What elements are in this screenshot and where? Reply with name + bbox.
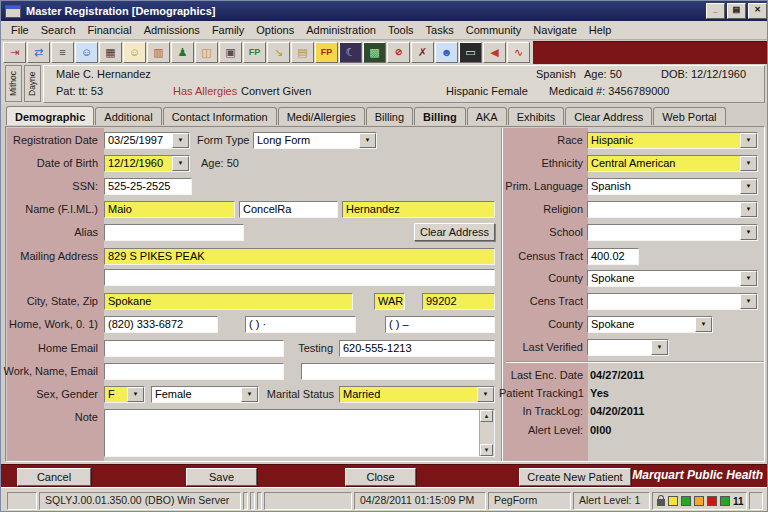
alias-field[interactable] (104, 224, 244, 241)
ethnicity-combo[interactable]: Central American ▼ (587, 155, 758, 172)
gender-combo[interactable]: Female ▼ (151, 386, 259, 403)
work-phone-field[interactable]: ( ) · (245, 316, 356, 333)
prim-language-combo[interactable]: Spanish ▼ (587, 178, 758, 195)
county-combo[interactable]: Spokane ▼ (587, 270, 758, 287)
cancel-button[interactable]: Cancel (17, 468, 91, 486)
scroll-up-icon[interactable]: ▲ (480, 410, 493, 422)
form-type-combo[interactable]: Long Form ▼ (253, 132, 377, 149)
fp-red-icon[interactable]: FP (315, 42, 338, 63)
menu-file[interactable]: File (5, 22, 35, 38)
close-button[interactable]: ✕ (748, 3, 767, 19)
terminal-icon[interactable]: ▭ (459, 42, 482, 63)
camera-icon[interactable]: ▩ (363, 42, 386, 63)
columns-icon[interactable]: ◫ (195, 42, 218, 63)
walk-icon[interactable]: ♟ (171, 42, 194, 63)
moon-icon[interactable]: ☾ (339, 42, 362, 63)
mailing-address-field[interactable]: 829 S PIKES PEAK (104, 248, 495, 265)
folder-icon[interactable]: ▤ (291, 42, 314, 63)
school-combo[interactable]: ▼ (587, 224, 758, 241)
tab-web-portal[interactable]: Web Portal (653, 107, 725, 125)
clear-address-button[interactable]: Clear Address (414, 223, 495, 241)
menu-tasks[interactable]: Tasks (420, 22, 460, 38)
chevron-down-icon[interactable]: ▼ (172, 156, 189, 171)
chevron-down-icon[interactable]: ▼ (127, 387, 144, 402)
patient-icon[interactable]: ☺ (75, 42, 98, 63)
tab-aka[interactable]: AKA (467, 107, 507, 125)
sex-combo[interactable]: F ▼ (104, 386, 145, 403)
reject-icon[interactable]: ✗ (411, 42, 434, 63)
tab-clear-address[interactable]: Clear Address (565, 107, 652, 125)
home-phone-field[interactable]: (820) 333-6872 (104, 316, 218, 333)
scroll-down-icon[interactable]: ▼ (480, 444, 493, 456)
menu-community[interactable]: Community (460, 22, 528, 38)
chevron-down-icon[interactable]: ▼ (740, 133, 757, 148)
export-icon[interactable]: ↘ (267, 42, 290, 63)
registration-date-combo[interactable]: 03/25/1997 ▼ (104, 132, 190, 149)
list-icon[interactable]: ≡ (51, 42, 74, 63)
chevron-down-icon[interactable]: ▼ (740, 271, 757, 286)
smiley-icon[interactable]: ☺ (123, 42, 146, 63)
last-verified-combo[interactable]: ▼ (587, 339, 669, 356)
transfer-icon[interactable]: ⇄ (27, 42, 50, 63)
exit-icon[interactable]: ⇥ (3, 42, 26, 63)
menu-search[interactable]: Search (35, 22, 82, 38)
chevron-down-icon[interactable]: ▼ (695, 317, 712, 332)
marital-status-combo[interactable]: Married ▼ (339, 386, 495, 403)
work-email-field[interactable] (104, 363, 284, 380)
menu-help[interactable]: Help (583, 22, 618, 38)
chevron-down-icon[interactable]: ▼ (172, 133, 189, 148)
menu-admissions[interactable]: Admissions (138, 22, 206, 38)
chevron-down-icon[interactable]: ▼ (740, 294, 757, 309)
chevron-down-icon[interactable]: ▼ (651, 340, 668, 355)
tab-medi-allergies[interactable]: Medi/Allergies (278, 107, 365, 125)
tab-demographic[interactable]: Demographic (6, 106, 94, 125)
tab-additional[interactable]: Additional (95, 107, 161, 125)
other-phone-field[interactable]: ( ) – (385, 316, 495, 333)
menu-financial[interactable]: Financial (82, 22, 138, 38)
close-form-button[interactable]: Close (345, 468, 416, 486)
census-tract-field[interactable]: 400.02 (587, 248, 639, 265)
book-icon[interactable]: ▥ (147, 42, 170, 63)
register-icon[interactable]: ▦ (99, 42, 122, 63)
chevron-down-icon[interactable]: ▼ (740, 202, 757, 217)
graph-icon[interactable]: ∿ (507, 42, 530, 63)
home-email-field[interactable] (104, 340, 284, 357)
chevron-down-icon[interactable]: ▼ (359, 133, 376, 148)
cens-tract-combo[interactable]: ▼ (587, 293, 758, 310)
city-field[interactable]: Spokane (104, 293, 353, 310)
create-new-patient-button[interactable]: Create New Patient (519, 468, 631, 486)
chevron-down-icon[interactable]: ▼ (740, 179, 757, 194)
fp-green-icon[interactable]: FP (243, 42, 266, 63)
zip-field[interactable]: 99202 (422, 293, 495, 310)
no-entry-icon[interactable]: ⊘ (387, 42, 410, 63)
minimize-button[interactable]: _ (706, 3, 725, 19)
restore-button[interactable]: ▤ (727, 3, 746, 19)
people-icon[interactable]: ☻ (435, 42, 458, 63)
religion-combo[interactable]: ▼ (587, 201, 758, 218)
last-name-field[interactable]: Hernandez (342, 201, 495, 218)
first-name-field[interactable]: Maio (104, 201, 235, 218)
ssn-field[interactable]: 525-25-2525 (104, 178, 192, 195)
tab-billing-2[interactable]: Billing (414, 107, 466, 125)
chevron-down-icon[interactable]: ▼ (740, 156, 757, 171)
race-combo[interactable]: Hispanic ▼ (587, 132, 758, 149)
menu-administration[interactable]: Administration (300, 22, 382, 38)
middle-name-field[interactable]: ConcelRa (239, 201, 338, 218)
tab-billing[interactable]: Billing (366, 107, 413, 125)
menu-tools[interactable]: Tools (382, 22, 420, 38)
county2-combo[interactable]: Spokane ▼ (587, 316, 713, 333)
menu-navigate[interactable]: Navigate (527, 22, 582, 38)
side-tab-dayne[interactable]: Dayne (24, 65, 41, 102)
note-textarea[interactable]: ▲ ▼ (104, 409, 495, 457)
chevron-down-icon[interactable]: ▼ (477, 387, 494, 402)
state-field[interactable]: WAR (374, 293, 405, 310)
chevron-down-icon[interactable]: ▼ (241, 387, 258, 402)
menu-family[interactable]: Family (206, 22, 250, 38)
tab-exhibits[interactable]: Exhibits (508, 107, 565, 125)
save-button[interactable]: Save (186, 468, 257, 486)
side-tab-mithoc[interactable]: Mithoc (5, 65, 22, 102)
note-scrollbar[interactable]: ▲ ▼ (479, 410, 494, 456)
date-of-birth-combo[interactable]: 12/12/1960 ▼ (104, 155, 190, 172)
audio-icon[interactable]: ◀ (483, 42, 506, 63)
menu-options[interactable]: Options (250, 22, 300, 38)
